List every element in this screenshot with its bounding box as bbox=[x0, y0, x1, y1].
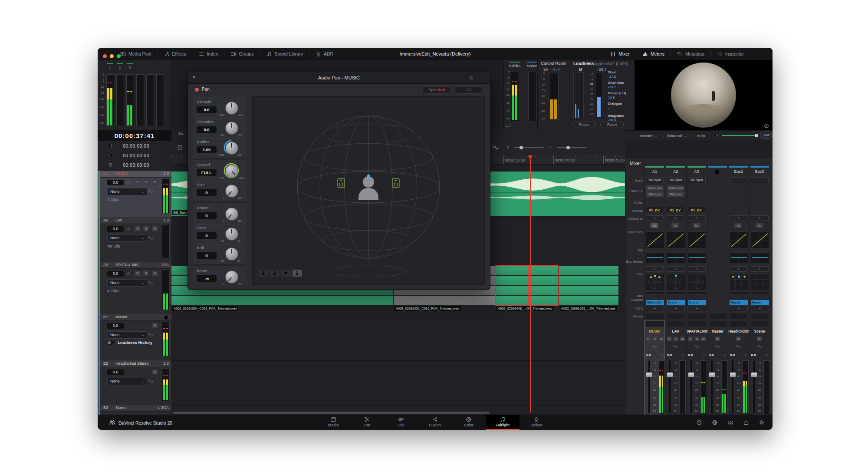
dynamics-graph[interactable] bbox=[667, 231, 685, 249]
skip-end-icon[interactable] bbox=[108, 143, 113, 148]
channel-r-button[interactable]: R bbox=[667, 336, 672, 341]
knob-value[interactable]: 0.0 bbox=[197, 126, 217, 133]
vca-slot[interactable] bbox=[667, 313, 685, 319]
track-r-button[interactable]: R bbox=[135, 271, 141, 276]
knob-value[interactable]: -∞ bbox=[197, 275, 217, 282]
eq-graph[interactable] bbox=[751, 252, 769, 263]
audio-clip-foa[interactable] bbox=[496, 266, 558, 305]
order-chip[interactable]: FX DY EQ bbox=[688, 207, 705, 212]
users-icon[interactable] bbox=[727, 419, 733, 426]
fader-track[interactable] bbox=[711, 360, 713, 413]
eq-graph[interactable] bbox=[667, 252, 685, 263]
track-gain-value[interactable]: 0.0 bbox=[107, 180, 124, 185]
track-fx-chip[interactable]: Voice Iso bbox=[646, 185, 664, 191]
eq-graph[interactable] bbox=[688, 252, 707, 263]
bus-output-chip[interactable]: Master bbox=[751, 300, 769, 305]
pan-display[interactable] bbox=[730, 274, 748, 291]
horizontal-zoom-icon[interactable] bbox=[547, 145, 552, 150]
mixer-channel-a2[interactable]: A2No InputVoice IsoDial LevFX DY EQ+In+S… bbox=[665, 166, 686, 415]
eq-graph[interactable] bbox=[730, 252, 748, 263]
pan-mode-spherical[interactable]: Spherical bbox=[422, 86, 451, 94]
view-button-side-view[interactable] bbox=[270, 270, 279, 277]
group-slot[interactable] bbox=[688, 321, 706, 327]
slider-handle[interactable] bbox=[566, 146, 570, 149]
channel-m-button[interactable]: M bbox=[701, 336, 706, 341]
track-header-b1[interactable]: B1Master0.0MNone⌄Loudness History bbox=[98, 314, 171, 361]
pan-fr-slider[interactable] bbox=[751, 291, 769, 294]
bus-send-add[interactable]: + bbox=[688, 266, 706, 272]
mixer-channel-a1[interactable]: A1No InputVoice IsoDial LevFX DY EQ+In+H… bbox=[644, 166, 665, 415]
track-s-button[interactable]: S bbox=[143, 226, 149, 231]
channel-automation-icon[interactable] bbox=[757, 344, 762, 349]
channel-input[interactable]: No Input bbox=[646, 177, 664, 183]
track-name-row[interactable]: A3SPATIAL MIC1OA bbox=[100, 262, 171, 269]
automation-curve-icon[interactable] bbox=[148, 280, 153, 285]
playhead-marker[interactable] bbox=[528, 155, 533, 159]
track-name-row[interactable]: B1Master bbox=[100, 314, 171, 321]
effects-in-button[interactable]: In bbox=[693, 223, 700, 228]
bus-send-add[interactable]: + bbox=[751, 266, 769, 272]
playhead[interactable] bbox=[530, 155, 531, 412]
toolbar-button-sound-library[interactable]: Sound Library bbox=[260, 48, 309, 60]
mixer-channel-bus2[interactable]: Bus2+In+Master+HeadlckdStrM0.00 -5 -10 -… bbox=[728, 166, 749, 415]
toolbar-button-inspector[interactable]: Inspector bbox=[711, 48, 750, 60]
meter-settings-icon[interactable] bbox=[506, 123, 510, 128]
channel-s-button[interactable]: S bbox=[652, 336, 658, 341]
track-r-button[interactable]: R bbox=[135, 180, 141, 185]
bus-output-add[interactable]: + bbox=[751, 306, 769, 311]
track-s-button[interactable]: S bbox=[143, 271, 149, 276]
track-r-button[interactable]: R bbox=[135, 226, 141, 231]
fader-handle[interactable] bbox=[688, 373, 694, 377]
group-slot[interactable] bbox=[709, 321, 727, 327]
effects-in-button[interactable]: In bbox=[734, 223, 742, 228]
options-icon[interactable] bbox=[482, 76, 487, 80]
home-icon[interactable] bbox=[743, 419, 749, 426]
pan-display[interactable] bbox=[688, 274, 707, 291]
dim-button[interactable]: DIM bbox=[760, 132, 772, 139]
mixer-channel-apple[interactable]: MasterM0.00 -5 -10 -15 -20 -30 -40 -50 - bbox=[707, 166, 728, 415]
track-header-a1[interactable]: A1MUSIC2.00.0RSMNone⌄2 Clips bbox=[98, 171, 171, 218]
track-fx-chip[interactable]: Dial Lev bbox=[667, 191, 684, 197]
gauge-icon[interactable] bbox=[696, 419, 702, 426]
eq-graph[interactable] bbox=[646, 252, 664, 263]
fader-stepper-icon[interactable] bbox=[702, 353, 706, 357]
channel-s-button[interactable]: S bbox=[694, 336, 700, 341]
knob-size[interactable] bbox=[225, 185, 238, 198]
meter-tab-scene[interactable]: Scene bbox=[524, 64, 540, 68]
vertical-zoom-icon[interactable] bbox=[506, 145, 510, 150]
toolbar-button-index[interactable]: Index bbox=[192, 48, 224, 60]
bus-send-add[interactable]: + bbox=[730, 266, 747, 272]
track-m-button[interactable]: M bbox=[152, 271, 158, 276]
fader-handle[interactable] bbox=[646, 373, 652, 377]
track-header-a2[interactable]: A2LAV1.00.0RSMNone⌄No Clip bbox=[98, 217, 171, 262]
timeline-name-label[interactable]: Sa bbox=[178, 132, 183, 136]
fader-track[interactable] bbox=[690, 360, 692, 413]
pan-fr-slider[interactable] bbox=[730, 291, 748, 294]
track-gain-value[interactable]: 0.0 bbox=[107, 271, 124, 277]
track-header-b2[interactable]: B2Headlocked Stereo2.00.0MNone⌄ bbox=[98, 360, 171, 405]
chevron-down-icon[interactable]: ⌄ bbox=[684, 134, 687, 138]
track-gain-value[interactable]: 0.0 bbox=[107, 369, 124, 375]
toolbar-button-adr[interactable]: ADR bbox=[309, 48, 339, 60]
pan-mode-3d[interactable]: 3D bbox=[454, 86, 483, 94]
fader-handle[interactable] bbox=[709, 373, 715, 377]
loudness-reset-button[interactable]: Reset bbox=[600, 122, 624, 128]
toolbar-button-mixer[interactable]: Mixer bbox=[604, 48, 636, 60]
channel-automation-icon[interactable] bbox=[652, 344, 657, 349]
clock-icon[interactable] bbox=[108, 162, 113, 167]
knob-value[interactable]: 0.0 bbox=[197, 106, 217, 113]
knob-radius[interactable] bbox=[225, 142, 238, 155]
track-name-row[interactable]: A2LAV1.0 bbox=[100, 217, 171, 224]
fader-stepper-icon[interactable] bbox=[765, 353, 769, 357]
fader-value[interactable]: 0.0 bbox=[688, 353, 693, 357]
vca-slot[interactable] bbox=[730, 313, 748, 319]
timeline-zoom-slider[interactable] bbox=[557, 147, 586, 148]
add-effect-button[interactable]: + bbox=[730, 215, 747, 221]
page-tab-cut[interactable]: Cut bbox=[350, 415, 384, 430]
track-fx-dropdown[interactable]: None⌄ bbox=[107, 234, 147, 242]
page-tab-edit[interactable]: Edit bbox=[384, 415, 418, 430]
waveform-view-icon[interactable] bbox=[493, 145, 499, 151]
track-s-button[interactable]: S bbox=[143, 180, 149, 185]
track-gain-value[interactable]: 0.0 bbox=[107, 226, 124, 232]
track-name-row[interactable]: A1MUSIC2.0 bbox=[100, 171, 171, 178]
